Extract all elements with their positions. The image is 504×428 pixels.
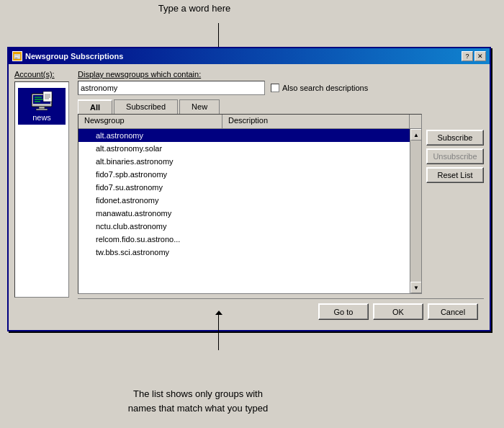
tabs: All Subscribed New xyxy=(78,99,484,114)
list-item[interactable]: alt.astronomy xyxy=(78,129,410,142)
column-header-description: Description xyxy=(222,115,410,128)
list-item[interactable]: relcom.fido.su.astrono... xyxy=(78,233,410,246)
account-name: news xyxy=(32,113,51,122)
account-item-news[interactable]: news xyxy=(18,88,66,125)
newsgroup-name: relcom.fido.su.astrono... xyxy=(96,235,240,244)
subscribe-button[interactable]: Subscribe xyxy=(426,130,484,146)
dialog-window: 📰 Newsgroup Subscriptions ? ✕ Account(s)… xyxy=(7,47,491,331)
column-header-newsgroup: Newsgroup xyxy=(78,115,222,128)
list-and-buttons: Newsgroup Description alt.astronomy xyxy=(78,114,484,294)
newsgroup-name: tw.bbs.sci.astronomy xyxy=(96,248,240,257)
list-item[interactable]: manawatu.astronomy xyxy=(78,207,410,220)
goto-button[interactable]: Go to xyxy=(318,303,369,320)
svg-rect-6 xyxy=(36,109,48,110)
newsgroup-name: fidonet.astronomy xyxy=(96,196,240,205)
svg-rect-5 xyxy=(39,107,45,109)
tab-subscribed[interactable]: Subscribed xyxy=(114,99,178,114)
newsgroup-name: fido7.spb.astronomy xyxy=(96,170,240,179)
dialog-title: Newsgroup Subscriptions xyxy=(25,52,123,61)
title-bar: 📰 Newsgroup Subscriptions ? ✕ xyxy=(9,48,490,64)
list-item[interactable]: fido7.spb.astronomy xyxy=(78,168,410,181)
unsubscribe-button[interactable]: Unsubscribe xyxy=(426,148,484,164)
list-item[interactable]: fido7.su.astronomy xyxy=(78,181,410,194)
arrow-bottom xyxy=(218,314,219,350)
dialog-body: Account(s): xyxy=(9,64,490,330)
main-content: Display newsgroups which contain: Also s… xyxy=(78,70,484,324)
annotation-top: Type a word here xyxy=(115,3,274,14)
newsgroup-list[interactable]: alt.astronomy alt.astronomy.solar alt.bi… xyxy=(78,129,421,280)
scroll-up-button[interactable]: ▲ xyxy=(410,129,421,141)
list-wrap: Newsgroup Description alt.astronomy xyxy=(78,114,422,294)
cancel-button[interactable]: Cancel xyxy=(428,303,478,320)
title-bar-left: 📰 Newsgroup Subscriptions xyxy=(12,51,123,61)
scroll-left-button[interactable]: ◄ xyxy=(78,294,90,295)
newsgroup-name: alt.astronomy.solar xyxy=(96,144,240,153)
newsgroup-name: nctu.club.astronomy xyxy=(96,222,240,231)
vertical-scrollbar[interactable]: ▲ ▼ xyxy=(410,129,421,293)
annotation-bottom: The list shows only groups with names th… xyxy=(79,387,317,415)
list-item[interactable]: tw.bbs.sci.astronomy xyxy=(78,246,410,259)
news-server-svg-icon xyxy=(30,91,53,111)
horizontal-scrollbar[interactable]: ◄ ► xyxy=(78,293,421,294)
scroll-down-button[interactable]: ▼ xyxy=(410,282,421,293)
list-item[interactable]: nctu.club.astronomy xyxy=(78,220,410,233)
bottom-bar: Go to OK Cancel xyxy=(78,298,484,324)
scroll-track[interactable] xyxy=(410,141,421,282)
list-item[interactable]: alt.binaries.astronomy xyxy=(78,155,410,168)
also-search-row: Also search descriptions xyxy=(271,84,368,92)
search-row: Also search descriptions xyxy=(78,81,484,95)
dialog-icon: 📰 xyxy=(12,51,22,61)
search-area: Display newsgroups which contain: Also s… xyxy=(78,70,484,95)
reset-list-button[interactable]: Reset List xyxy=(426,167,484,183)
also-search-checkbox[interactable] xyxy=(271,84,279,92)
help-button[interactable]: ? xyxy=(462,51,473,61)
newsgroup-name: alt.astronomy xyxy=(96,131,240,140)
also-search-label: Also search descriptions xyxy=(282,84,368,92)
list-item[interactable]: fidonet.astronomy xyxy=(78,194,410,207)
newsgroup-name: alt.binaries.astronomy xyxy=(96,157,240,166)
ok-button[interactable]: OK xyxy=(373,303,423,320)
right-panel: Display newsgroups which contain: Also s… xyxy=(78,70,484,324)
title-buttons: ? ✕ xyxy=(462,51,486,61)
newsgroup-list-container: Newsgroup Description alt.astronomy xyxy=(78,114,422,294)
h-scroll-track[interactable] xyxy=(90,294,410,295)
accounts-panel: Account(s): xyxy=(14,70,72,324)
newsgroup-name: manawatu.astronomy xyxy=(96,209,240,218)
close-button[interactable]: ✕ xyxy=(474,51,486,61)
tab-new[interactable]: New xyxy=(179,99,220,114)
list-item[interactable]: alt.astronomy.solar xyxy=(78,142,410,155)
accounts-label: Account(s): xyxy=(14,70,72,79)
list-header: Newsgroup Description xyxy=(78,115,421,129)
accounts-list: news xyxy=(14,81,69,298)
scroll-right-button[interactable]: ► xyxy=(410,294,421,295)
side-buttons: Subscribe Unsubscribe Reset List xyxy=(426,114,484,294)
search-label: Display newsgroups which contain: xyxy=(78,70,484,79)
search-input[interactable] xyxy=(78,81,265,95)
tab-all[interactable]: All xyxy=(78,99,112,114)
svg-rect-7 xyxy=(43,92,52,102)
newsgroup-name: fido7.su.astronomy xyxy=(96,183,240,192)
